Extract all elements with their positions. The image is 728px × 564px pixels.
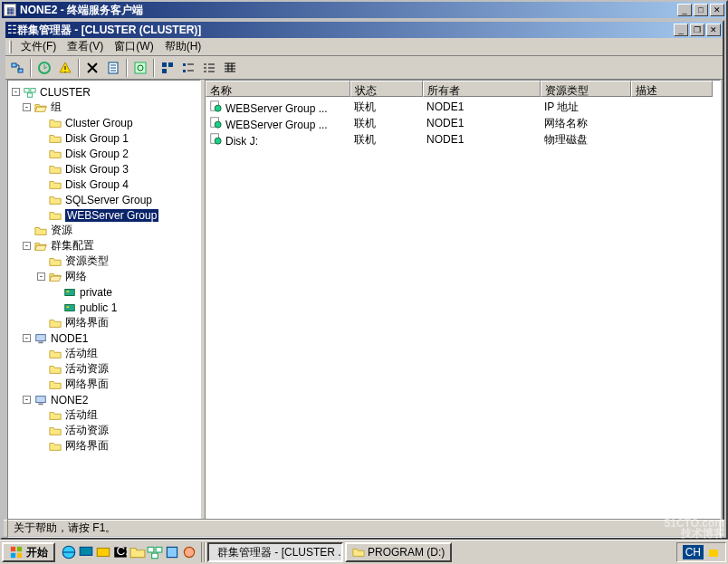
folder-open-icon [48, 271, 62, 283]
expander-icon[interactable]: - [23, 334, 31, 342]
ql-desktop-icon[interactable] [78, 544, 94, 560]
tree-cluster-config[interactable]: - 群集配置 [8, 238, 200, 253]
tb-online-icon[interactable] [34, 58, 54, 78]
ime-indicator[interactable]: CH [683, 545, 704, 559]
tree-group-item[interactable]: Disk Group 4 [8, 177, 200, 192]
expander-icon[interactable]: - [12, 88, 20, 96]
mdi-minimize-button[interactable]: _ [674, 24, 688, 36]
maximize-button[interactable]: □ [694, 4, 708, 16]
tree-cluster[interactable]: - CLUSTER [8, 84, 200, 100]
tree-resource-types[interactable]: 资源类型 [8, 253, 200, 269]
tree-node2[interactable]: - NONE2 [8, 392, 200, 407]
folder-icon [48, 117, 62, 129]
tree-group-item[interactable]: Disk Group 2 [8, 146, 200, 161]
tree-net-interfaces[interactable]: 网络界面 [8, 315, 200, 330]
expander-icon[interactable]: - [23, 103, 31, 111]
folder-icon [48, 363, 62, 376]
expander-icon[interactable]: - [37, 272, 45, 281]
list-body: WEBServer Group ... 联机 NODE1 IP 地址 WEBSe… [206, 97, 720, 519]
tree-network[interactable]: - 网络 [8, 269, 200, 284]
folder-icon [48, 348, 62, 360]
tb-large-icons-icon[interactable] [158, 58, 177, 78]
column-header[interactable]: 名称 [206, 81, 350, 97]
tree-node-child[interactable]: 活动资源 [8, 423, 200, 438]
tree-groups[interactable]: - 组 [8, 100, 200, 115]
tree-node1[interactable]: - NODE1 [8, 330, 200, 346]
folder-icon [48, 440, 62, 453]
column-header[interactable]: 描述 [631, 81, 713, 97]
inner-title-bar[interactable]: ☷ 群集管理器 - [CLUSTER (CLUSTER)] _ ❐ ✕ [5, 22, 723, 38]
tb-list-icon[interactable] [199, 58, 219, 78]
menu-window[interactable]: 窗口(W) [109, 37, 158, 56]
status-bar: 关于帮助，请按 F1。 [4, 520, 724, 536]
tb-properties-icon[interactable] [103, 58, 123, 78]
ql-outlook-icon[interactable] [95, 544, 111, 560]
tree-network-item[interactable]: private [8, 284, 200, 300]
ql-app2-icon[interactable] [181, 544, 197, 560]
system-tray[interactable]: CH [676, 542, 726, 562]
ql-explorer-icon[interactable] [129, 544, 146, 560]
cluster-icon [23, 86, 37, 99]
tree-node-child[interactable]: 活动组 [8, 407, 200, 423]
nic-icon [62, 286, 77, 299]
tb-details-icon[interactable] [220, 58, 240, 78]
tree-network-item[interactable]: public 1 [8, 300, 200, 315]
folder-icon [48, 178, 62, 191]
node-icon [34, 394, 48, 406]
list-row[interactable]: WEBServer Group ... 联机 NODE1 IP 地址 [206, 99, 720, 115]
folder-icon [48, 425, 62, 437]
column-header[interactable]: 所有者 [423, 81, 541, 97]
svg-rect-16 [162, 69, 167, 73]
tree-resources[interactable]: 资源 [8, 223, 200, 238]
tree-node-child[interactable]: 活动资源 [8, 361, 200, 377]
cluster-admin-icon: ☷ [7, 24, 17, 36]
expander-icon[interactable]: - [23, 396, 31, 404]
tb-connect-icon[interactable] [7, 58, 27, 78]
tree-view[interactable]: - CLUSTER - 组 Cluster Group Disk Group 1… [7, 80, 201, 520]
nic-icon [62, 301, 77, 314]
taskbar-folder-icon [352, 546, 365, 559]
mdi-close-button[interactable]: ✕ [706, 24, 721, 36]
tree-group-item[interactable]: WEBServer Group [8, 207, 200, 223]
column-header[interactable]: 状态 [350, 81, 423, 97]
tray-icon[interactable] [707, 546, 720, 559]
tb-delete-icon[interactable] [82, 58, 102, 78]
taskbar-program-d[interactable]: PROGRAM (D:) [345, 542, 452, 562]
tree-group-item[interactable]: Disk Group 1 [8, 130, 200, 146]
outer-title-bar[interactable]: ▦ NONE2 - 终端服务客户端 _ □ ✕ [2, 2, 726, 18]
tree-group-item[interactable]: Cluster Group [8, 115, 200, 130]
tree-group-item[interactable]: SQLServer Group [8, 192, 200, 207]
tree-node-child[interactable]: 网络界面 [8, 377, 200, 392]
mdi-restore-button[interactable]: ❐ [690, 24, 704, 36]
ql-cmd-icon[interactable]: C:\ [112, 544, 129, 560]
column-header[interactable]: 资源类型 [541, 81, 631, 97]
client-area: - CLUSTER - 组 Cluster Group Disk Group 1… [7, 80, 721, 520]
tree-node-child[interactable]: 活动组 [8, 346, 200, 361]
folder-icon [48, 255, 62, 268]
list-view[interactable]: 名称状态所有者资源类型描述 WEBServer Group ... 联机 NOD… [205, 80, 721, 520]
list-row[interactable]: Disk J: 联机 NODE1 物理磁盘 [206, 131, 720, 148]
menu-bar: 文件(F) 查看(V) 窗口(W) 帮助(H) [5, 38, 723, 56]
start-button[interactable]: 开始 [2, 542, 55, 562]
menu-help[interactable]: 帮助(H) [159, 37, 207, 56]
tree-group-item[interactable]: Disk Group 3 [8, 161, 200, 177]
taskbar-cluster-admin[interactable]: 群集管理器 - [CLUSTER ... [207, 542, 343, 562]
menu-grip[interactable] [9, 41, 12, 53]
tree-node-child[interactable]: 网络界面 [8, 438, 200, 454]
tb-small-icons-icon[interactable] [178, 58, 198, 78]
list-row[interactable]: WEBServer Group ... 联机 NODE1 网络名称 [206, 115, 720, 131]
svg-rect-19 [11, 547, 15, 551]
ql-ie-icon[interactable] [61, 544, 77, 560]
outer-title-text: NONE2 - 终端服务客户端 [20, 3, 677, 18]
expander-icon[interactable]: - [23, 242, 31, 250]
menu-view[interactable]: 查看(V) [62, 37, 109, 56]
tb-refresh-icon[interactable] [130, 58, 150, 78]
ql-cluster-icon[interactable] [147, 544, 163, 560]
ql-app-icon[interactable] [164, 544, 180, 560]
menu-file[interactable]: 文件(F) [15, 37, 62, 56]
minimize-button[interactable]: _ [677, 4, 692, 16]
tb-warning-icon[interactable] [55, 58, 75, 78]
windows-logo-icon [9, 546, 24, 559]
start-label: 开始 [26, 545, 48, 560]
close-button[interactable]: ✕ [710, 4, 724, 16]
